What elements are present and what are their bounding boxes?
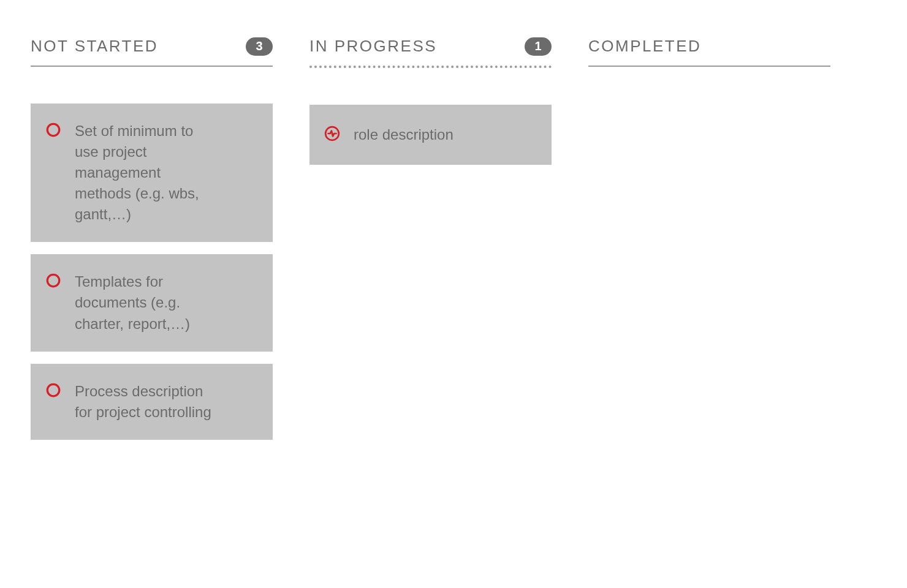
count-badge: 1: [525, 37, 552, 56]
task-card[interactable]: Set of minimum to use project management…: [31, 104, 273, 242]
task-card[interactable]: Templates for documents (e.g. charter, r…: [31, 254, 273, 351]
kanban-board: NOT STARTED 3 Set of minimum to use proj…: [31, 37, 876, 440]
column-completed: COMPLETED: [588, 37, 830, 440]
task-card[interactable]: Process description for project controll…: [31, 364, 273, 440]
column-title: NOT STARTED: [31, 37, 158, 56]
column-header: COMPLETED: [588, 37, 830, 67]
count-badge: 3: [246, 37, 273, 56]
svg-point-2: [47, 384, 59, 396]
column-not-started: NOT STARTED 3 Set of minimum to use proj…: [31, 37, 273, 440]
task-card[interactable]: role description: [309, 105, 552, 165]
column-header: NOT STARTED 3: [31, 37, 273, 67]
activity-circle-icon: [324, 126, 340, 141]
task-title: Set of minimum to use project management…: [75, 121, 216, 225]
card-list: Set of minimum to use project management…: [31, 104, 273, 440]
column-title: COMPLETED: [588, 37, 701, 56]
task-title: Process description for project controll…: [75, 381, 216, 423]
card-list: role description: [309, 105, 552, 165]
circle-icon: [45, 122, 61, 138]
svg-point-1: [47, 275, 59, 287]
task-title: role description: [354, 124, 454, 145]
column-header: IN PROGRESS 1: [309, 37, 552, 68]
column-in-progress: IN PROGRESS 1 role description: [309, 37, 552, 440]
task-title: Templates for documents (e.g. charter, r…: [75, 271, 216, 334]
circle-icon: [45, 273, 61, 288]
column-title: IN PROGRESS: [309, 37, 437, 56]
circle-icon: [45, 382, 61, 398]
svg-point-0: [47, 124, 59, 136]
